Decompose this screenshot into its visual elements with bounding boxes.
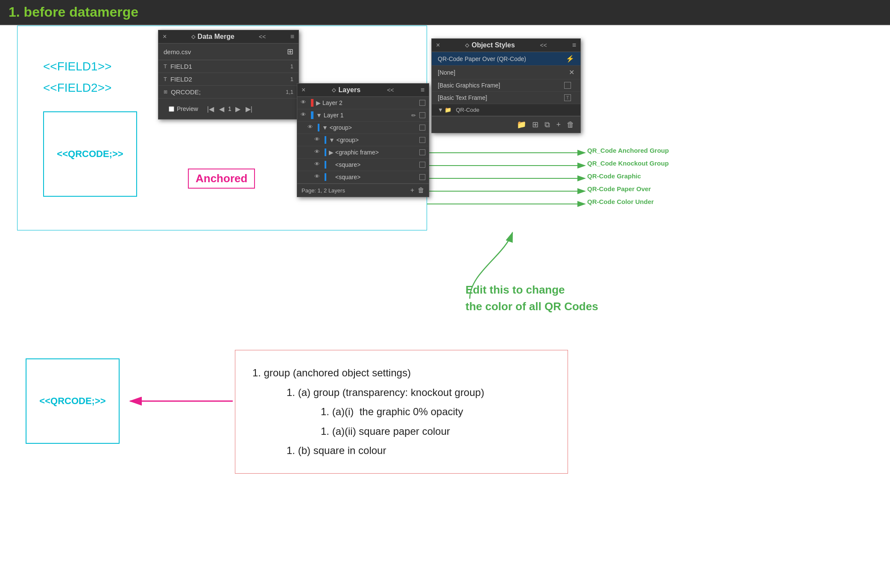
- qrcode-group-label: QR-Code: [456, 107, 479, 113]
- description-box: 1. group (anchored object settings) 1. (…: [235, 350, 568, 474]
- field1-count: 1: [290, 63, 293, 70]
- square2-square: [419, 174, 425, 180]
- eye-icon-square1[interactable]: 👁: [314, 161, 322, 169]
- square2-name: <square>: [335, 174, 418, 180]
- layers-diamond: ◇: [332, 87, 336, 93]
- eye-icon-square2[interactable]: 👁: [314, 173, 322, 181]
- layers-add-btn[interactable]: +: [410, 186, 414, 194]
- layer-row-square1[interactable]: 👁 ▶ <square>: [297, 159, 429, 171]
- qr-type-icon: ⊞: [164, 89, 167, 95]
- green-label-4: QR-Code Paper Over: [587, 185, 651, 192]
- objstyles-folder-btn[interactable]: 📁: [515, 119, 528, 130]
- preview-checkbox[interactable]: [169, 106, 174, 112]
- datamerge-field-1[interactable]: T FIELD1 1: [158, 60, 299, 73]
- layer-row-layer2[interactable]: 👁 ▶ Layer 2: [297, 97, 429, 109]
- datamerge-menu[interactable]: ≡: [290, 33, 294, 41]
- objstyles-none-row[interactable]: [None] ✕: [432, 66, 580, 79]
- expand-icon-layer2[interactable]: ▶: [316, 99, 321, 106]
- desc-line-3: 1. (a)(i) the graphic 0% opacity: [252, 402, 550, 422]
- layer2-square: [419, 100, 425, 106]
- eye-icon-group1[interactable]: 👁: [307, 124, 315, 131]
- page-number: 1: [228, 105, 231, 112]
- objstyles-none-label: [None]: [438, 69, 455, 76]
- layers-close[interactable]: ×: [302, 86, 305, 94]
- page-header: 1. before datamerge: [0, 0, 890, 25]
- group1-square: [419, 125, 425, 131]
- objstyles-titlebar: × ◇ Object Styles << ≡: [432, 39, 580, 52]
- eye-icon-graphic-frame[interactable]: 👁: [314, 148, 322, 156]
- datamerge-csv-row: demo.csv ⊞: [158, 44, 299, 60]
- objstyles-duplicate-btn[interactable]: ⧉: [543, 119, 552, 130]
- field2-text: <<FIELD2>>: [43, 77, 111, 99]
- objstyles-close[interactable]: ×: [436, 41, 440, 49]
- layers-footer-text: Page: 1, 2 Layers: [302, 187, 345, 194]
- datamerge-footer: Preview |◀ ◀ 1 ▶ ▶|: [158, 99, 299, 119]
- layer-row-square2[interactable]: 👁 ▶ <square>: [297, 171, 429, 183]
- layer-row-group1[interactable]: 👁 ▼ <group>: [297, 122, 429, 134]
- layers-title: ◇ Layers: [332, 86, 360, 94]
- objstyles-footer: 📁 ⊞ ⧉ + 🗑: [432, 116, 580, 133]
- eye-icon-layer1[interactable]: 👁: [301, 111, 308, 119]
- layers-footer-buttons: + 🗑: [410, 186, 425, 194]
- objstyles-pages-btn[interactable]: ⊞: [530, 119, 540, 130]
- eye-icon-group2[interactable]: 👁: [314, 136, 322, 144]
- desc-line-1: 1. group (anchored object settings): [252, 363, 550, 383]
- group1-name: <group>: [330, 124, 418, 131]
- objstyles-qrcode-group[interactable]: ▼ 📁 QR-Code: [432, 104, 580, 116]
- field1-name: FIELD1: [170, 63, 290, 70]
- lightning-icon: ⚡: [566, 55, 574, 63]
- objstyles-menu[interactable]: ≡: [572, 41, 576, 49]
- graphics-frame-icon: [564, 82, 571, 89]
- objstyles-new-btn[interactable]: +: [554, 119, 562, 130]
- layers-collapse[interactable]: <<: [387, 87, 394, 93]
- expand-icon-group1[interactable]: ▼: [322, 124, 328, 131]
- objstyles-graphics-frame-row[interactable]: [Basic Graphics Frame]: [432, 79, 580, 92]
- nav-last[interactable]: ▶|: [244, 105, 254, 113]
- datamerge-field-qr[interactable]: ⊞ QRCODE; 1,1: [158, 86, 299, 99]
- layers-panel: × ◇ Layers << ≡ 👁 ▶ Layer 2 👁 ▼ Layer 1 …: [297, 83, 429, 197]
- layer-bar-sq1: [325, 161, 326, 169]
- pencil-icon-layer1: ✏: [411, 112, 416, 119]
- objstyles-text-frame-row[interactable]: [Basic Text Frame] T: [432, 92, 580, 104]
- datamerge-diamond: ◇: [191, 34, 195, 40]
- objstyles-delete-btn[interactable]: 🗑: [565, 119, 576, 130]
- layer2-name: Layer 2: [322, 99, 418, 106]
- expand-icon-group2[interactable]: ▼: [329, 137, 335, 143]
- layers-footer: Page: 1, 2 Layers + 🗑: [297, 183, 429, 197]
- expand-icon-graphic[interactable]: ▶: [329, 149, 334, 156]
- datamerge-collapse[interactable]: <<: [259, 33, 266, 40]
- field2-name: FIELD2: [170, 76, 290, 83]
- objstyles-selected-row[interactable]: QR-Code Paper Over (QR-Code) ⚡: [432, 52, 580, 66]
- layers-menu[interactable]: ≡: [421, 86, 425, 94]
- objstyles-text-frame-label: [Basic Text Frame]: [438, 94, 487, 101]
- layer-bar-sq2: [325, 173, 326, 181]
- layer-row-layer1[interactable]: 👁 ▼ Layer 1 ✏: [297, 109, 429, 122]
- csv-filename: demo.csv: [164, 48, 191, 55]
- layer-bar-group1: [318, 124, 319, 131]
- anchored-label: Anchored: [188, 169, 255, 189]
- nav-prev[interactable]: ◀: [218, 105, 225, 113]
- qr-upper-label: <<QRCODE;>>: [57, 148, 123, 160]
- layer-row-graphic-frame[interactable]: 👁 ▶ <graphic frame>: [297, 146, 429, 159]
- group2-square: [419, 137, 425, 143]
- preview-checkbox-row: Preview: [164, 102, 203, 116]
- layer-row-group2[interactable]: 👁 ▼ <group>: [297, 134, 429, 146]
- layers-delete-btn[interactable]: 🗑: [418, 186, 425, 194]
- layer-bar-group2: [325, 136, 326, 144]
- desc-line-2: 1. (a) group (transparency: knockout gro…: [252, 383, 550, 402]
- data-merge-panel: × ◇ Data Merge << ≡ demo.csv ⊞ T FIELD1 …: [158, 30, 299, 119]
- datamerge-field-2[interactable]: T FIELD2 1: [158, 73, 299, 86]
- layer-bar-graphic: [325, 148, 326, 156]
- edit-label: Edit this to change the color of all QR …: [465, 282, 598, 315]
- graphic-frame-name: <graphic frame>: [335, 149, 418, 156]
- datamerge-close[interactable]: ×: [163, 33, 167, 41]
- text-frame-icon: T: [564, 94, 571, 101]
- nav-first[interactable]: |◀: [206, 105, 215, 113]
- eye-icon-layer2[interactable]: 👁: [301, 99, 308, 107]
- nav-next[interactable]: ▶: [234, 105, 242, 113]
- expand-icon-layer1[interactable]: ▼: [316, 112, 322, 119]
- objstyles-collapse[interactable]: <<: [540, 42, 547, 49]
- field1-text: <<FIELD1>>: [43, 56, 111, 77]
- layers-titlebar: × ◇ Layers << ≡: [297, 84, 429, 97]
- csv-link-icon: ⊞: [287, 47, 293, 56]
